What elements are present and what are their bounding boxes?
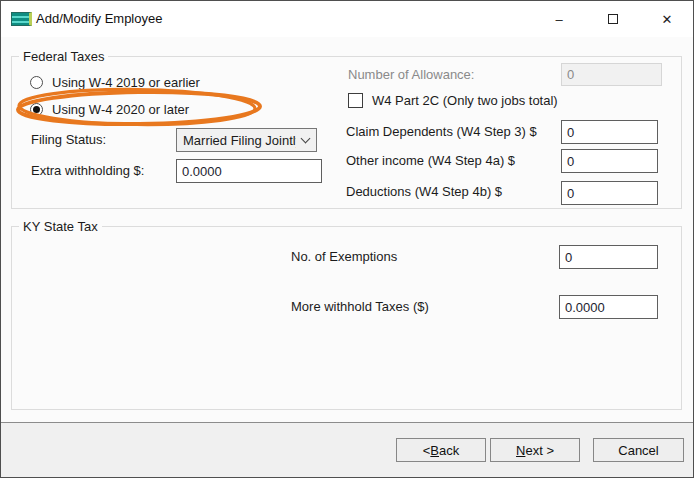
chevron-down-icon — [301, 133, 311, 143]
deductions-label: Deductions (W4 Step 4b) $ — [346, 183, 502, 201]
back-button[interactable]: < Back — [396, 438, 486, 462]
radio-circle-icon — [30, 103, 43, 116]
close-icon: ✕ — [662, 12, 673, 27]
radio-w4-2020-label: Using W-4 2020 or later — [52, 102, 189, 117]
w4-part-2c-checkbox[interactable]: ✓ — [348, 93, 363, 108]
deductions-input[interactable] — [561, 181, 658, 205]
allowance-input — [561, 63, 662, 86]
allowance-label: Number of Allowance: — [348, 66, 474, 84]
minimize-button[interactable]: – — [536, 1, 582, 37]
maximize-button[interactable] — [590, 1, 636, 37]
extra-withholding-label: Extra withholding $: — [31, 162, 144, 180]
radio-w4-2020[interactable]: Using W-4 2020 or later — [30, 100, 189, 118]
next-button[interactable]: Next > — [490, 438, 580, 462]
federal-taxes-group-label: Federal Taxes — [19, 48, 108, 65]
maximize-icon — [608, 14, 618, 24]
radio-circle-icon — [30, 76, 43, 89]
filing-status-label: Filing Status: — [31, 131, 106, 149]
claim-dependents-input[interactable] — [561, 120, 658, 144]
close-button[interactable]: ✕ — [644, 1, 690, 37]
radio-w4-2019[interactable]: Using W-4 2019 or earlier — [30, 73, 200, 91]
filing-status-value: Married Filing Jointly — [183, 133, 296, 148]
other-income-label: Other income (W4 Step 4a) $ — [346, 152, 515, 170]
minimize-icon: – — [555, 12, 562, 27]
app-icon — [11, 12, 32, 26]
cancel-button[interactable]: Cancel — [593, 438, 684, 462]
titlebar: Add/Modify Employee – ✕ — [1, 1, 693, 37]
footer-button-bar: < Back Next > Cancel — [1, 422, 693, 478]
other-income-input[interactable] — [561, 149, 658, 173]
add-modify-employee-dialog: Add/Modify Employee – ✕ Federal Taxes Us… — [0, 0, 694, 478]
w4-part-2c-label: W4 Part 2C (Only two jobs total) — [372, 92, 558, 110]
extra-withholding-input[interactable] — [176, 159, 322, 183]
claim-dependents-label: Claim Dependents (W4 Step 3) $ — [346, 123, 537, 141]
exemptions-input[interactable] — [559, 245, 658, 269]
more-withhold-label: More withhold Taxes ($) — [291, 298, 429, 316]
exemptions-label: No. of Exemptions — [291, 248, 397, 266]
radio-w4-2019-label: Using W-4 2019 or earlier — [52, 75, 200, 90]
ky-state-tax-group-label: KY State Tax — [19, 218, 102, 235]
window-title: Add/Modify Employee — [36, 11, 162, 26]
filing-status-dropdown[interactable]: Married Filing Jointly — [176, 128, 317, 152]
more-withhold-input[interactable] — [559, 295, 658, 319]
